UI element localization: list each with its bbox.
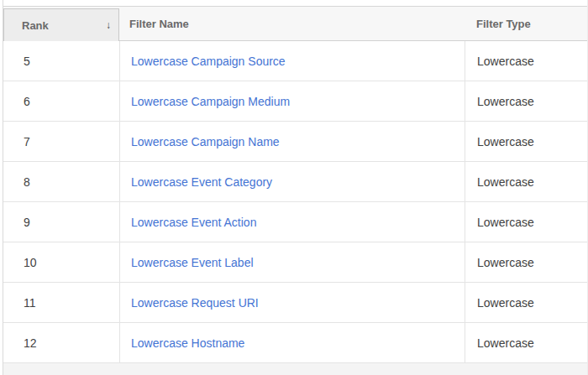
rank-value: 12 xyxy=(24,336,37,350)
filter-name-link[interactable]: Lowercase Hostname xyxy=(131,336,244,350)
filter-type-value: Lowercase xyxy=(477,135,534,148)
rank-value: 10 xyxy=(24,256,37,269)
filter-type-cell: Lowercase xyxy=(465,202,587,242)
filter-type-cell: Lowercase xyxy=(465,162,587,201)
filter-type-value: Lowercase xyxy=(477,216,534,229)
table-row: 8 Lowercase Event Category Lowercase xyxy=(3,162,587,202)
rank-cell: 12 xyxy=(3,323,119,362)
filter-name-cell: Lowercase Event Label xyxy=(119,242,465,282)
rank-value: 9 xyxy=(24,216,30,229)
filter-type-cell: Lowercase xyxy=(465,122,587,161)
column-header-filter-type-label: Filter Type xyxy=(476,18,531,30)
table-header-row: Rank ↓ Filter Name Filter Type xyxy=(3,7,587,41)
rank-cell: 9 xyxy=(3,202,119,242)
table-row: 6 Lowercase Campaign Medium Lowercase xyxy=(3,81,587,122)
filter-type-value: Lowercase xyxy=(477,256,534,269)
column-header-filter-name-label: Filter Name xyxy=(129,18,189,30)
filter-type-value: Lowercase xyxy=(477,55,534,68)
table-row: 10 Lowercase Event Label Lowercase xyxy=(3,242,587,283)
rank-value: 6 xyxy=(24,95,30,108)
rank-cell: 10 xyxy=(3,242,119,282)
filter-name-cell: Lowercase Hostname xyxy=(119,323,465,362)
filter-name-cell: Lowercase Event Action xyxy=(119,202,465,242)
filter-type-cell: Lowercase xyxy=(465,41,587,81)
rank-cell: 8 xyxy=(3,162,119,201)
column-header-rank-label: Rank xyxy=(22,19,49,32)
filter-type-cell: Lowercase xyxy=(465,81,587,121)
table-row: 9 Lowercase Event Action Lowercase xyxy=(3,202,587,242)
filter-type-cell: Lowercase xyxy=(465,242,587,282)
table-row: 12 Lowercase Hostname Lowercase xyxy=(3,323,587,363)
rank-cell: 11 xyxy=(3,283,119,322)
filter-type-value: Lowercase xyxy=(477,336,534,350)
rank-cell: 7 xyxy=(3,122,119,161)
filter-name-cell: Lowercase Event Category xyxy=(119,162,465,201)
sort-descending-icon: ↓ xyxy=(106,20,111,30)
filter-type-cell: Lowercase xyxy=(465,323,587,362)
rank-cell: 6 xyxy=(3,81,119,121)
filter-name-link[interactable]: Lowercase Event Action xyxy=(131,216,256,229)
table-row: 5 Lowercase Campaign Source Lowercase xyxy=(3,41,587,81)
table-body: 5 Lowercase Campaign Source Lowercase 6 … xyxy=(3,41,587,363)
table-footer-strip xyxy=(3,363,587,375)
filter-name-link[interactable]: Lowercase Campaign Medium xyxy=(131,95,290,108)
rank-value: 11 xyxy=(24,296,36,310)
table-row: 7 Lowercase Campaign Name Lowercase xyxy=(3,122,587,162)
filters-panel: Rank ↓ Filter Name Filter Type 5 Lowerca… xyxy=(3,0,588,375)
rank-value: 5 xyxy=(24,55,30,68)
filter-type-value: Lowercase xyxy=(477,296,534,310)
filter-type-cell: Lowercase xyxy=(465,283,587,322)
column-header-filter-name[interactable]: Filter Name xyxy=(119,7,465,40)
filter-name-cell: Lowercase Campaign Source xyxy=(119,41,465,81)
filter-name-link[interactable]: Lowercase Event Label xyxy=(131,256,254,269)
filter-name-cell: Lowercase Request URI xyxy=(119,283,465,322)
table-row: 11 Lowercase Request URI Lowercase xyxy=(3,283,587,323)
column-header-rank[interactable]: Rank ↓ xyxy=(3,8,119,41)
filter-name-link[interactable]: Lowercase Campaign Source xyxy=(131,55,286,68)
rank-value: 7 xyxy=(24,135,30,148)
filter-name-cell: Lowercase Campaign Name xyxy=(119,122,465,161)
column-header-filter-type[interactable]: Filter Type xyxy=(465,7,587,40)
filter-type-value: Lowercase xyxy=(477,95,534,108)
rank-value: 8 xyxy=(24,175,30,189)
filter-name-link[interactable]: Lowercase Campaign Name xyxy=(131,135,280,148)
filter-name-cell: Lowercase Campaign Medium xyxy=(119,81,465,121)
filter-name-link[interactable]: Lowercase Event Category xyxy=(131,175,272,189)
filters-table: Rank ↓ Filter Name Filter Type 5 Lowerca… xyxy=(3,6,587,375)
filter-name-link[interactable]: Lowercase Request URI xyxy=(131,296,259,310)
rank-cell: 5 xyxy=(3,41,119,81)
filter-type-value: Lowercase xyxy=(477,175,534,189)
